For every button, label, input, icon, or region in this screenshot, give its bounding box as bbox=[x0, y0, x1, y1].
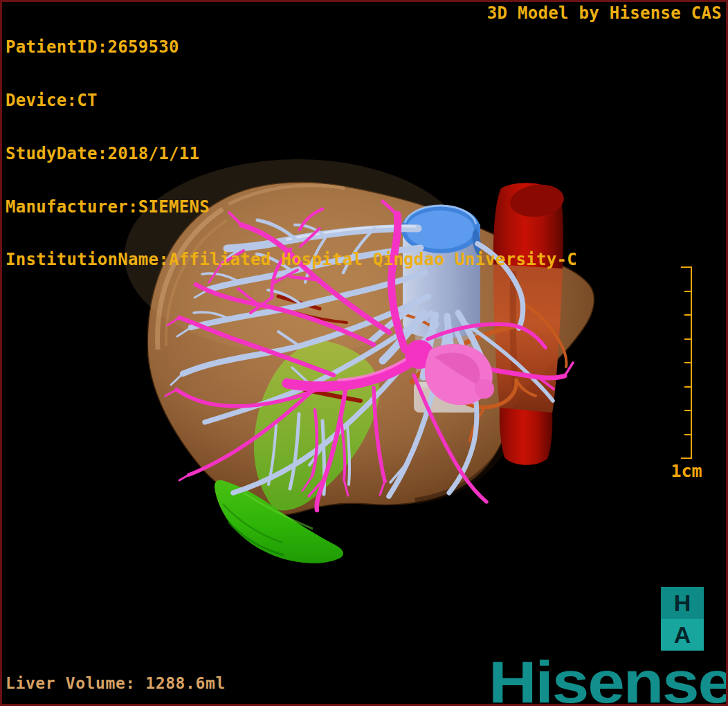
model-credit-label: 3D Model by Hisense CAS bbox=[487, 3, 722, 23]
hisense-ha-badge: H A bbox=[661, 587, 704, 651]
scale-bar-tick bbox=[684, 338, 691, 340]
study-date-line: StudyDate:2018/1/11 bbox=[6, 145, 577, 163]
scale-bar-line bbox=[691, 266, 692, 459]
scale-bar bbox=[680, 266, 692, 459]
hisense-wordmark: Hisense bbox=[489, 652, 728, 706]
scale-bar-tick bbox=[684, 410, 691, 411]
scale-bar-tick bbox=[684, 386, 691, 388]
device-line: Device:CT bbox=[6, 92, 577, 110]
patient-info-block: PatientID:2659530 Device:CT StudyDate:20… bbox=[6, 3, 577, 305]
patient-id-line: PatientID:2659530 bbox=[6, 39, 577, 57]
institution-line: InstitutionName:Affiliated Hospital Qing… bbox=[6, 251, 577, 269]
badge-letter-h: H bbox=[661, 587, 704, 619]
scale-bar-tick bbox=[684, 291, 691, 292]
scale-bar-tick bbox=[681, 458, 691, 459]
liver-volume-label: Liver Volume: 1288.6ml bbox=[6, 674, 226, 692]
scale-bar-tick bbox=[681, 266, 691, 268]
scale-bar-tick bbox=[684, 362, 691, 363]
viewer-window: PatientID:2659530 Device:CT StudyDate:20… bbox=[0, 0, 728, 706]
scale-bar-label: 1cm bbox=[668, 461, 704, 481]
badge-letter-a: A bbox=[661, 619, 704, 651]
manufacturer-line: Manufacturer:SIEMENS bbox=[6, 199, 577, 217]
scale-bar-tick bbox=[684, 314, 691, 316]
scale-bar-tick bbox=[684, 434, 691, 435]
